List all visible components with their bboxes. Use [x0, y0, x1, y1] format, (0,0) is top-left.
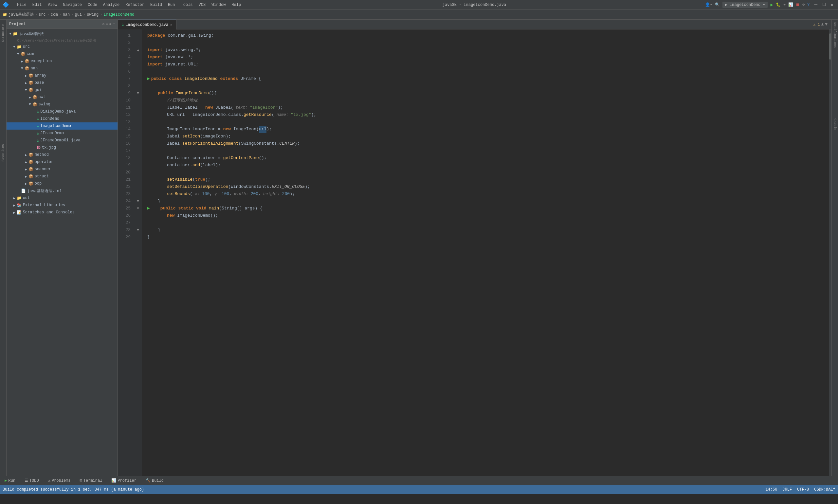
menu-file[interactable]: File	[14, 2, 29, 8]
tab-close-icon[interactable]: ✕	[170, 23, 172, 27]
run-gutter-icon-7[interactable]: ▶	[147, 75, 150, 83]
search-everywhere-icon[interactable]: 🔍	[715, 2, 720, 7]
tree-item-root[interactable]: ▼ 📁 java基础语法	[6, 30, 118, 37]
imageicdemo-file-icon: ☕	[37, 124, 39, 129]
tree-item-nan[interactable]: ▼ 📦 nan	[6, 65, 118, 72]
tree-label-dialogdemo: DialogDemo.java	[40, 109, 76, 114]
menu-analyze[interactable]: Analyze	[101, 2, 122, 8]
menu-tools[interactable]: Tools	[178, 2, 195, 8]
breadcrumb-file[interactable]: ImageIconDemo	[104, 13, 134, 17]
scanner-folder-icon: 📦	[29, 167, 33, 172]
gradle-panel-label[interactable]: Gradle	[833, 116, 837, 133]
tree-item-scanner[interactable]: ▶ 📦 scanner	[6, 166, 118, 173]
debug-button[interactable]: 🐛	[776, 2, 781, 7]
unfold-all-icon[interactable]: ▼	[825, 22, 827, 27]
breadcrumb-project[interactable]: java基础语法	[8, 12, 34, 17]
tree-item-out[interactable]: ▶ 📁 out	[6, 194, 118, 202]
account-icon[interactable]: 👤▾	[705, 2, 712, 7]
code-line-13	[147, 119, 829, 126]
tree-item-src[interactable]: ▼ 📁 src	[6, 43, 118, 50]
tree-item-base[interactable]: ▶ 📦 base	[6, 79, 118, 86]
gutter-collapse25[interactable]: ▼	[134, 205, 142, 212]
gutter-collapse28[interactable]: ▼	[134, 227, 142, 234]
txjpg-file-icon: 🖼	[37, 145, 40, 150]
right-panel-strip: Notifications Gradle	[832, 20, 838, 476]
tree-item-imageicodemo[interactable]: ☕ ImageIconDemo	[6, 122, 118, 130]
editor-tab-imageicodemo[interactable]: ☕ ImageIconDemo.java ✕	[118, 20, 176, 30]
run-config-selector[interactable]: ▶ ImageIconDemo ▾	[723, 2, 768, 8]
scrollbar-thumb[interactable]	[829, 33, 831, 59]
breadcrumb-com[interactable]: com	[51, 13, 58, 17]
run-gutter-icon-25[interactable]: ▶	[147, 205, 150, 212]
tree-item-extlibs[interactable]: ▶ 📚 External Libraries	[6, 202, 118, 209]
menu-run[interactable]: Run	[165, 2, 178, 8]
menu-help[interactable]: Help	[229, 2, 244, 8]
status-line-ending[interactable]: CRLF	[782, 487, 792, 492]
menu-build[interactable]: Build	[148, 2, 165, 8]
breadcrumb-src[interactable]: src	[39, 13, 46, 17]
bottom-tab-build[interactable]: 🔨 Build	[144, 478, 166, 484]
tree-item-oop[interactable]: ▶ 📦 oop	[6, 180, 118, 187]
run-button[interactable]: ▶	[770, 2, 773, 7]
sidebar-icon-settings[interactable]: ⚙	[103, 22, 105, 26]
coverage-button[interactable]: ☂	[783, 2, 786, 7]
tree-item-swing[interactable]: ▼ 📦 swing	[6, 101, 118, 108]
tree-item-jframedemo01[interactable]: ☕ JFrameDemo01.java	[6, 137, 118, 144]
breadcrumb-nan[interactable]: nan	[63, 13, 70, 17]
maximize-button[interactable]: □	[821, 2, 827, 8]
todo-tab-label: TODO	[30, 479, 39, 483]
bottom-tab-run[interactable]: ▶ Run	[3, 478, 17, 484]
project-sidebar: Project ⚙ ≡ ✱ ─ ▼ 📁 java基础语法 C:\Users\Na…	[6, 20, 118, 476]
sidebar-icon-close[interactable]: ─	[113, 22, 115, 26]
help-icon[interactable]: ?	[807, 3, 809, 7]
bottom-tab-terminal[interactable]: ⊡ Terminal	[78, 478, 104, 484]
menu-view[interactable]: View	[45, 2, 60, 8]
minimize-button[interactable]: ─	[813, 2, 820, 8]
stop-button[interactable]: ⏹	[796, 2, 800, 7]
favorites-panel-label[interactable]: Favorites	[1, 142, 5, 164]
tree-item-awt[interactable]: ▶ 📦 awt	[6, 94, 118, 101]
tab-java-icon: ☕	[122, 22, 124, 27]
code-editor[interactable]: package com.nan.gui.swing; import javax.…	[142, 30, 829, 476]
breadcrumb-gui[interactable]: gui	[75, 13, 82, 17]
close-button[interactable]: ✕	[829, 2, 835, 8]
menu-code[interactable]: Code	[85, 2, 100, 8]
sidebar-icon-gear[interactable]: ✱	[109, 22, 112, 26]
tree-item-struct[interactable]: ▶ 📦 struct	[6, 173, 118, 180]
gutter-import3[interactable]: ◀	[134, 47, 142, 54]
tree-item-iml[interactable]: 📄 java基础语法.iml	[6, 187, 118, 194]
bottom-tab-todo[interactable]: ☰ TODO	[22, 478, 41, 484]
menu-refactor[interactable]: Refactor	[123, 2, 147, 8]
bottom-tab-profiler[interactable]: 📊 Profiler	[109, 478, 139, 484]
status-encoding[interactable]: UTF-8	[797, 487, 809, 492]
breadcrumb-swing[interactable]: swing	[87, 13, 99, 17]
tree-item-dialogdemo[interactable]: ☕ DialogDemo.java	[6, 108, 118, 115]
menu-vcs[interactable]: VCS	[196, 2, 209, 8]
tree-item-array[interactable]: ▶ 📦 array	[6, 72, 118, 79]
tree-item-jframedemo[interactable]: ☕ JFrameDemo	[6, 130, 118, 137]
bottom-tab-problems[interactable]: ⚠ Problems	[46, 478, 73, 484]
profiler-button[interactable]: 📊	[788, 2, 793, 7]
tree-label-jframedemo: JFrameDemo	[40, 131, 64, 136]
sidebar-title: Project	[9, 22, 25, 26]
tree-item-com[interactable]: ▼ 📦 com	[6, 50, 118, 58]
menu-navigate[interactable]: Navigate	[60, 2, 85, 8]
tree-item-method[interactable]: ▶ 📦 method	[6, 151, 118, 158]
tree-item-icondemo[interactable]: ☕ IconDemo	[6, 115, 118, 122]
notifications-panel-label[interactable]: Notifications	[833, 20, 837, 50]
tree-item-operator[interactable]: ▶ 📦 operator	[6, 158, 118, 166]
menu-window[interactable]: Window	[209, 2, 228, 8]
gutter-collapse9[interactable]: ▼	[134, 90, 142, 97]
tree-item-exception[interactable]: ▶ 📦 exception	[6, 58, 118, 65]
vertical-scrollbar[interactable]	[829, 30, 832, 476]
tree-item-gui[interactable]: ▼ 📦 gui	[6, 86, 118, 94]
sidebar-icon-expand[interactable]: ≡	[106, 22, 108, 26]
structure-panel-label[interactable]: Structure	[1, 22, 5, 44]
tree-item-scratches[interactable]: ▶ 📝 Scratches and Consoles	[6, 209, 118, 216]
menu-edit[interactable]: Edit	[30, 2, 44, 8]
title-bar-left: 🔷 File Edit View Navigate Code Analyze R…	[3, 2, 244, 8]
gutter-collapse24[interactable]: ▼	[134, 198, 142, 205]
fold-all-icon[interactable]: ▲	[821, 22, 824, 27]
settings-icon[interactable]: ⚙	[802, 2, 805, 7]
tree-item-txjpg[interactable]: 🖼 tx.jpg	[6, 144, 118, 151]
